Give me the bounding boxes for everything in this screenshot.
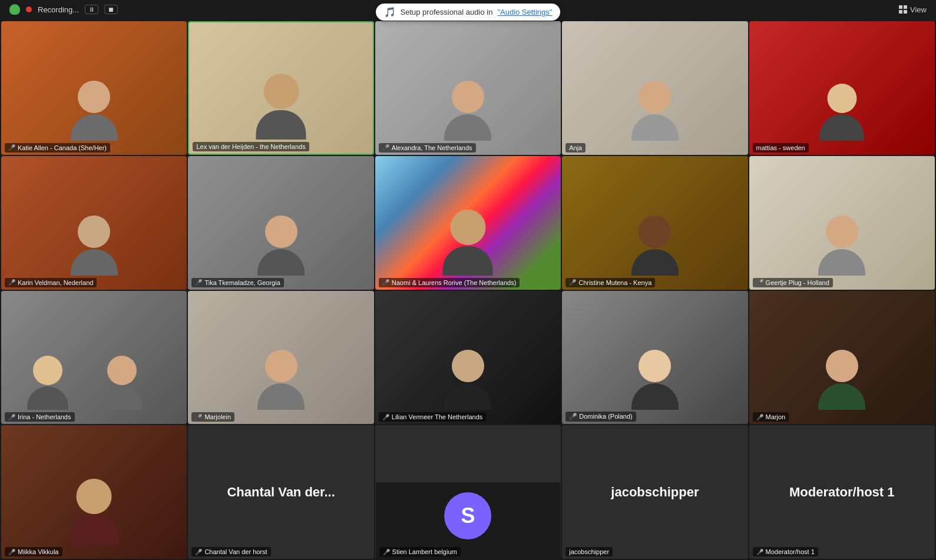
video-cell-lilian[interactable]: 🎤 Lilian Vermeer The Netherlands — [375, 291, 561, 425]
video-cell-jacob2[interactable]: jacobschipper jacobschipper — [562, 425, 748, 559]
name-label-christine: 🎤 Christine Mutena - Kenya — [565, 278, 655, 287]
audio-banner-text: Setup professional audio in — [401, 8, 493, 16]
grid-icon — [899, 5, 907, 14]
video-cell-christine[interactable]: 🎤 Christine Mutena - Kenya — [562, 156, 748, 290]
recording-label: Recording... — [38, 5, 79, 14]
mic-off-icon-karin: 🎤 — [8, 279, 15, 286]
video-cell-karin[interactable]: 🎤 Karin Veldman, Nederland — [1, 156, 187, 290]
moderator-display-name: Moderator/host 1 — [783, 485, 900, 500]
name-label-karin: 🎤 Karin Veldman, Nederland — [5, 278, 97, 287]
recording-dot — [26, 6, 32, 12]
video-grid: 🎤 Katie Allen - Canada (She/Her) Lex van… — [0, 20, 936, 560]
pause-recording-button[interactable]: ⏸ — [85, 5, 98, 14]
mic-off-icon-irina: 🎤 — [8, 414, 15, 420]
name-label-marjon: 🎤 Marjon — [753, 412, 789, 422]
name-label-marjolein: 🎤 Marjolein — [191, 412, 234, 422]
video-cell-mattias[interactable]: mattias - sweden — [749, 21, 935, 155]
name-label-miikka: 🎤 Miikka Vikkula — [5, 547, 62, 556]
audio-icon: 🎵 — [384, 6, 396, 18]
video-cell-naomi[interactable]: 🎤 Naomi & Laurens Rorive (The Netherland… — [375, 156, 561, 290]
name-label-chantal: 🎤 Chantal Van der horst — [191, 547, 270, 556]
mic-off-icon-tika: 🎤 — [195, 279, 202, 286]
stop-recording-button[interactable]: ⏹ — [104, 5, 118, 14]
stien-container: S 🎤 Stien Lambert belgium — [376, 482, 561, 559]
video-cell-marjon[interactable]: 🎤 Marjon — [749, 291, 935, 425]
chantal-display-name: Chantal Van der... — [221, 485, 340, 500]
mic-off-icon-christine: 🎤 — [569, 279, 576, 286]
audio-settings-link[interactable]: "Audio Settings" — [497, 8, 552, 16]
name-label-katie-allen: 🎤 Katie Allen - Canada (She/Her) — [5, 143, 110, 153]
mic-off-icon-geertje: 🎤 — [756, 279, 763, 286]
mic-off-icon-alexandra: 🎤 — [382, 144, 389, 151]
video-cell-miikka[interactable]: 🎤 Miikka Vikkula — [1, 425, 187, 559]
name-label-lex: Lex van der Heijden - the Netherlands — [193, 142, 309, 151]
name-label-tika: 🎤 Tika Tkemaladze, Georgia — [191, 278, 283, 287]
view-button[interactable]: View — [899, 5, 927, 14]
video-cell-dominika[interactable]: 🎤 Dominika (Poland) — [562, 291, 748, 425]
video-cell-chantal[interactable]: Chantal Van der... 🎤 Chantal Van der hor… — [188, 425, 373, 559]
name-label-geertje: 🎤 Geertje Plug - Holland — [753, 278, 833, 287]
mic-off-icon-lilian: 🎤 — [382, 414, 389, 420]
video-cell-stien[interactable]: S 🎤 Stien Lambert belgium — [376, 482, 561, 559]
name-label-lilian: 🎤 Lilian Vermeer The Netherlands — [379, 412, 487, 422]
video-cell-irina[interactable]: 🎤 Irina - Netherlands — [1, 291, 187, 425]
video-cell-lex[interactable]: Lex van der Heijden - the Netherlands — [188, 21, 373, 155]
name-label-alexandra: 🎤 Alexandra, The Netherlands — [379, 143, 476, 153]
topbar-left: Recording... ⏸ ⏹ — [9, 4, 118, 15]
name-label-anja: Anja — [565, 143, 586, 153]
name-label-moderator: 🎤 Moderator/host 1 — [753, 547, 818, 556]
name-label-mattias: mattias - sweden — [753, 143, 809, 153]
video-cell-alexandra[interactable]: 🎤 Alexandra, The Netherlands — [375, 21, 561, 155]
name-label-naomi: 🎤 Naomi & Laurens Rorive (The Netherland… — [379, 278, 520, 287]
video-cell-anja[interactable]: Anja — [562, 21, 748, 155]
mic-off-icon-marjon: 🎤 — [756, 414, 763, 420]
video-cell-geertje[interactable]: 🎤 Geertje Plug - Holland — [749, 156, 935, 290]
video-cell-katie-allen[interactable]: 🎤 Katie Allen - Canada (She/Her) — [1, 21, 187, 155]
mic-off-icon-marjolein: 🎤 — [195, 414, 202, 420]
name-label-irina: 🎤 Irina - Netherlands — [5, 412, 75, 422]
mic-off-icon-chantal: 🎤 — [195, 549, 202, 555]
mic-off-icon-moderator: 🎤 — [756, 549, 763, 555]
mic-off-icon-naomi: 🎤 — [382, 279, 389, 286]
video-cell-marjolein[interactable]: 🎤 Marjolein — [188, 291, 373, 425]
video-cell-moderator[interactable]: Moderator/host 1 🎤 Moderator/host 1 — [749, 425, 935, 559]
name-label-jacob2: jacobschipper — [565, 547, 613, 556]
video-cell-tika[interactable]: 🎤 Tika Tkemaladze, Georgia — [188, 156, 373, 290]
mic-off-icon: 🎤 — [8, 144, 15, 151]
view-label: View — [910, 5, 927, 14]
stien-avatar: S — [444, 492, 491, 539]
name-label-stien: 🎤 Stien Lambert belgium — [379, 547, 461, 556]
mic-off-icon-stien: 🎤 — [383, 549, 390, 555]
jacob2-display-name: jacobschipper — [605, 485, 705, 500]
name-label-dominika: 🎤 Dominika (Poland) — [565, 412, 636, 422]
audio-banner: 🎵 Setup professional audio in "Audio Set… — [376, 4, 561, 21]
shield-icon — [9, 4, 20, 15]
mic-off-icon-miikka: 🎤 — [8, 549, 15, 555]
